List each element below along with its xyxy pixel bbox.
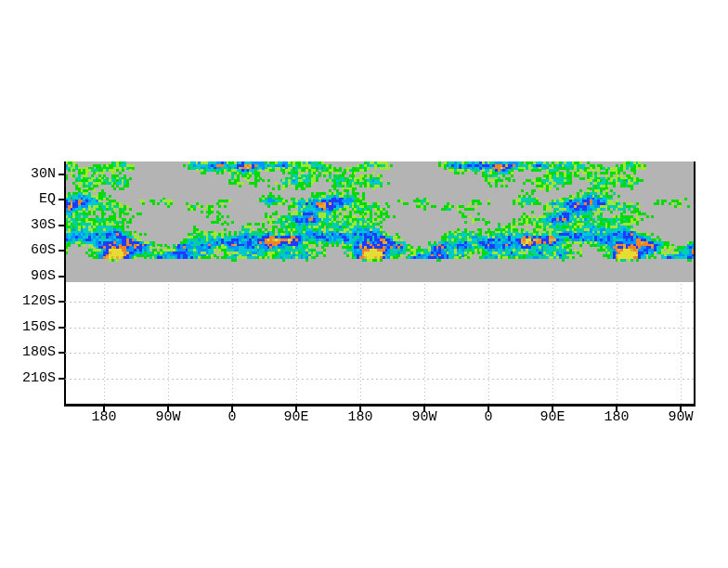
y-tick-label: 60S: [7, 243, 56, 258]
gridline-vertical: [488, 284, 489, 404]
x-tick-label: 90W: [140, 410, 196, 425]
gridline-vertical: [360, 284, 361, 404]
y-axis-tick: [58, 225, 64, 226]
grads-plot-page: 30NEQ30S60S90S120S150S180S210S18090W090E…: [0, 0, 728, 568]
x-tick-label: 90E: [525, 410, 580, 425]
y-axis-tick: [58, 327, 64, 329]
x-tick-label: 90W: [653, 410, 708, 425]
gridline-vertical: [617, 284, 618, 404]
x-tick-label: 90W: [396, 410, 452, 425]
x-tick-label: 180: [76, 410, 132, 425]
gridline-horizontal: [65, 302, 695, 303]
y-tick-label: 30N: [7, 167, 56, 182]
y-tick-label: 90S: [7, 269, 56, 284]
y-tick-label: 210S: [7, 371, 56, 386]
gridline-vertical: [168, 284, 169, 404]
x-tick-label: 0: [204, 410, 260, 425]
gridline-vertical: [232, 284, 233, 404]
x-tick-label: 180: [332, 410, 388, 425]
y-tick-label: 120S: [7, 294, 56, 309]
gridline-vertical: [296, 284, 297, 404]
gridline-vertical: [104, 284, 105, 404]
y-tick-label: 150S: [7, 320, 56, 335]
gridline-horizontal: [65, 353, 695, 354]
y-axis-tick: [58, 174, 64, 175]
plot-frame-bottom: [64, 404, 696, 407]
y-axis-tick: [58, 250, 64, 252]
gridline-horizontal: [65, 328, 695, 329]
gridline-vertical: [681, 284, 682, 404]
gridline-vertical: [552, 284, 553, 404]
plot-frame-right: [694, 161, 696, 407]
y-tick-label: 180S: [7, 345, 56, 360]
x-tick-label: 0: [461, 410, 516, 425]
y-axis-tick: [58, 352, 64, 354]
heatmap-field: [65, 161, 695, 282]
x-tick-label: 180: [589, 410, 644, 425]
y-axis-tick: [58, 199, 64, 200]
gridline-horizontal: [65, 379, 695, 380]
y-axis-tick: [58, 301, 64, 303]
x-tick-label: 90E: [268, 410, 324, 425]
y-tick-label: 30S: [7, 218, 56, 233]
y-axis-tick: [58, 276, 64, 278]
plot-frame-left: [64, 161, 66, 407]
gridline-vertical: [424, 284, 425, 404]
y-tick-label: EQ: [7, 192, 56, 207]
y-axis-tick: [58, 378, 64, 380]
